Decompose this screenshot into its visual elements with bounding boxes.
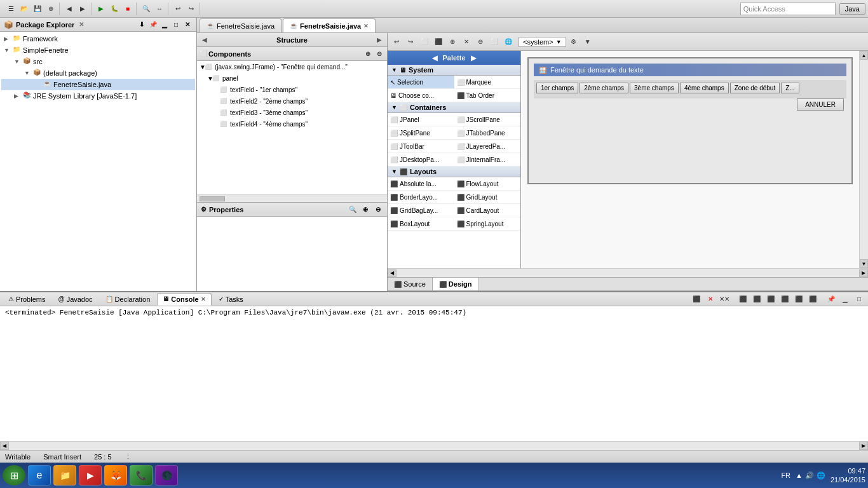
- design-annuler-btn[interactable]: ANNULER: [797, 98, 844, 111]
- tree-item-fenetresaisie[interactable]: ☕ FenetreSaisie.java: [1, 79, 195, 90]
- design-btn-4eme[interactable]: 4ème champs: [680, 83, 729, 93]
- palette-category-layouts[interactable]: ▼ ⬛ Layouts: [388, 166, 520, 177]
- design-btn-zone[interactable]: Zone de début: [730, 83, 780, 93]
- et-btn7[interactable]: ⊖: [474, 36, 487, 48]
- system-dropdown[interactable]: <system> ▼: [519, 37, 566, 47]
- props-filter-btn[interactable]: 🔍: [348, 205, 358, 215]
- tree-item-framework[interactable]: ▶ 📁 Framework: [1, 33, 195, 44]
- et-btn2[interactable]: ↪: [404, 36, 417, 48]
- console-btn6[interactable]: ⬛: [778, 293, 791, 306]
- console-min-btn[interactable]: ▁: [839, 293, 851, 306]
- back-btn[interactable]: ◀: [63, 3, 76, 15]
- comp-tf1[interactable]: ⬜ textField - "1er champs": [197, 84, 387, 95]
- declaration-tab[interactable]: 📋 Declaration: [100, 293, 156, 306]
- console-btn3[interactable]: ⬛: [736, 293, 749, 306]
- phone-btn[interactable]: 📞: [130, 465, 153, 485]
- struct-nav-right[interactable]: ▶: [374, 35, 384, 45]
- design-btn-3eme[interactable]: 3ème champs: [630, 83, 679, 93]
- et-btn6[interactable]: ✕: [460, 36, 473, 48]
- palette-item-cardlayout[interactable]: ⬛ CardLayout: [454, 204, 521, 217]
- palette-item-marquee[interactable]: ⬜ Marquee: [454, 76, 521, 88]
- console-tab-close[interactable]: ✕: [201, 296, 206, 302]
- save-all-btn[interactable]: ⊕: [44, 3, 57, 15]
- open-btn[interactable]: 📂: [18, 3, 31, 15]
- palette-item-choose[interactable]: 🖥 Choose co...: [388, 89, 454, 102]
- media-btn[interactable]: ▶: [79, 465, 102, 485]
- comp-add-btn[interactable]: ⊕: [363, 49, 373, 59]
- javadoc-tab[interactable]: @ Javadoc: [52, 293, 98, 306]
- struct-nav-left[interactable]: ◀: [200, 35, 210, 45]
- tree-item-jre[interactable]: ▶ 📚 JRE System Library [JavaSE-1.7]: [1, 90, 195, 102]
- pin-btn[interactable]: 📌: [148, 20, 158, 30]
- palette-item-jdesktoppane[interactable]: ⬜ JDesktopPa...: [388, 153, 454, 166]
- et-btn9[interactable]: 🌐: [502, 36, 515, 48]
- palette-category-system[interactable]: ▼ 🖥 System: [388, 65, 520, 76]
- comp-tf4[interactable]: ⬜ textField4 - "4ème champs": [197, 118, 387, 130]
- comp-tf3[interactable]: ⬜ textField3 - "3ème champs": [197, 107, 387, 118]
- console-pin-btn[interactable]: 📌: [825, 293, 837, 306]
- palette-item-jtoolbar[interactable]: ⬜ JToolBar: [388, 140, 454, 152]
- et-btn4[interactable]: ⬛: [432, 36, 445, 48]
- firefox-btn[interactable]: 🦊: [104, 465, 127, 485]
- console-tab[interactable]: 🖥 Console ✕: [157, 293, 211, 306]
- close-panel-btn[interactable]: ✕: [182, 20, 193, 30]
- forward-btn[interactable]: ▶: [76, 3, 89, 15]
- palette-arrow-right[interactable]: ▶: [471, 54, 476, 62]
- palette-item-jscrollpane[interactable]: ⬜ JScrollPane: [454, 113, 521, 126]
- ie-btn[interactable]: e: [28, 465, 51, 485]
- design-btn-1er[interactable]: 1er champs: [536, 83, 578, 93]
- problems-tab[interactable]: ⚠ Problems: [3, 293, 51, 306]
- package-explorer-close[interactable]: ✕: [77, 20, 86, 29]
- search-btn[interactable]: 🔍: [140, 3, 153, 15]
- palette-item-jtabbedpane[interactable]: ⬜ JTabbedPane: [454, 126, 521, 139]
- redo-btn[interactable]: ↪: [185, 3, 198, 15]
- debug-btn[interactable]: 🐛: [108, 3, 121, 15]
- palette-item-jinternalframe[interactable]: ⬜ JInternalFra...: [454, 153, 521, 166]
- props-add-btn[interactable]: ⊕: [360, 205, 370, 215]
- console-btn-stop[interactable]: ✕: [704, 293, 717, 306]
- comp-panel[interactable]: ▼ ⬜ panel: [197, 72, 387, 84]
- et-btn8[interactable]: ⬜: [488, 36, 501, 48]
- min-btn[interactable]: ▁: [159, 20, 170, 30]
- editor-tab-2[interactable]: ☕ FenetreSaisie.java ✕: [283, 18, 376, 32]
- tree-item-simplefenetre[interactable]: ▼ 📁 SimpleFenetre: [1, 44, 195, 56]
- design-btn-z[interactable]: Z...: [781, 83, 799, 93]
- palette-item-jpanel[interactable]: ⬜ JPanel: [388, 113, 454, 126]
- palette-item-springlayout[interactable]: ⬛ SpringLayout: [454, 217, 521, 230]
- console-h-scrollbar[interactable]: ◀ ▶: [0, 441, 868, 450]
- console-btn4[interactable]: ⬛: [750, 293, 763, 306]
- tree-item-default-pkg[interactable]: ▼ 📦 (default package): [1, 67, 195, 79]
- et-btn3[interactable]: ⬜: [418, 36, 431, 48]
- design-tab[interactable]: ⬛ Design: [433, 278, 479, 290]
- comp-remove-btn[interactable]: ⊖: [374, 49, 384, 59]
- eclipse-btn[interactable]: 🌑: [155, 465, 178, 485]
- palette-item-gridbaglayout[interactable]: ⬛ GridBagLay...: [388, 204, 454, 217]
- design-v-scrollbar[interactable]: ▲ ▼: [859, 51, 868, 268]
- palette-item-selection[interactable]: ↖ Selection: [388, 76, 454, 88]
- max-btn[interactable]: □: [171, 20, 181, 30]
- design-btn-2eme[interactable]: 2ème champs: [580, 83, 628, 93]
- comp-tf2[interactable]: ⬜ textField2 - "2ème champs": [197, 95, 387, 107]
- palette-category-containers[interactable]: ▼ ⬜ Containers: [388, 102, 520, 113]
- console-max-btn[interactable]: □: [853, 293, 865, 306]
- tasks-tab[interactable]: ✓ Tasks: [213, 293, 249, 306]
- tree-item-src[interactable]: ▼ 📦 src: [1, 56, 195, 67]
- source-tab[interactable]: ⬛ Source: [388, 278, 433, 290]
- comp-h-scrollbar[interactable]: [197, 194, 387, 202]
- console-btn-stop2[interactable]: ✕✕: [718, 293, 731, 306]
- palette-item-boxlayout[interactable]: ⬛ BoxLayout: [388, 217, 454, 230]
- palette-item-taborder[interactable]: ⬛ Tab Order: [454, 89, 521, 102]
- new-btn[interactable]: ☰: [4, 3, 17, 15]
- run-btn[interactable]: ▶: [95, 3, 107, 15]
- console-btn7[interactable]: ⬛: [792, 293, 805, 306]
- editor-tab-1[interactable]: ☕ FenetreSaisie.java: [200, 18, 281, 32]
- collapse-btn[interactable]: ⬇: [137, 20, 147, 30]
- folder-btn[interactable]: 📁: [53, 465, 76, 485]
- et-btn5[interactable]: ⊕: [446, 36, 459, 48]
- palette-arrow-left[interactable]: ◀: [432, 54, 437, 62]
- console-btn1[interactable]: ⬛: [690, 293, 703, 306]
- start-btn[interactable]: ⊞: [3, 465, 25, 485]
- et-btn1[interactable]: ↩: [390, 36, 403, 48]
- palette-item-absolute[interactable]: ⬛ Absolute la...: [388, 177, 454, 190]
- design-h-scrollbar[interactable]: ◀ ▶: [388, 268, 868, 277]
